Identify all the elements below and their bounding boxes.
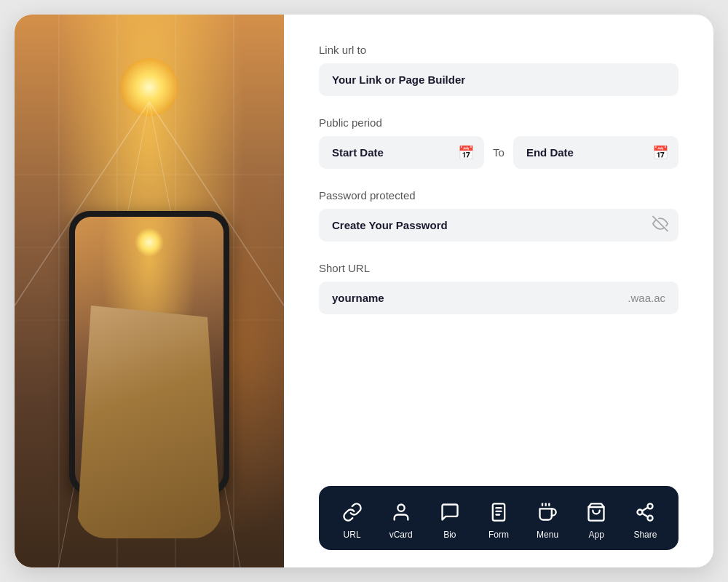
- public-period-label: Public period: [319, 116, 678, 129]
- nav-item-menu[interactable]: Menu: [523, 499, 572, 540]
- eye-icon[interactable]: [652, 215, 668, 235]
- short-url-label: Short URL: [319, 262, 678, 274]
- password-group: Password protected: [319, 189, 678, 242]
- to-label: To: [493, 146, 505, 159]
- phone-container: w: [55, 204, 244, 538]
- date-row: 📅 To 📅: [319, 136, 678, 169]
- svg-line-70: [642, 514, 648, 517]
- short-url-group: Short URL yourname .waa.ac: [319, 262, 678, 314]
- end-date-wrapper: 📅: [513, 136, 678, 169]
- right-panel: Link url to Public period 📅 To 📅 Passwor…: [284, 15, 713, 567]
- nav-item-share[interactable]: Share: [621, 499, 670, 540]
- svg-point-58: [397, 505, 404, 511]
- bottom-nav: URL vCard Bio: [319, 486, 678, 550]
- nav-label-form: Form: [488, 530, 509, 540]
- password-input[interactable]: [319, 209, 678, 242]
- url-icon: [339, 499, 365, 525]
- link-url-group: Link url to: [319, 44, 678, 96]
- nav-label-share: Share: [633, 530, 657, 540]
- menu-icon: [534, 499, 561, 525]
- nav-item-bio[interactable]: Bio: [425, 499, 474, 540]
- end-date-input[interactable]: [513, 136, 678, 169]
- nav-label-menu: Menu: [537, 530, 558, 540]
- app-icon: [583, 499, 609, 525]
- nav-label-vcard: vCard: [389, 530, 413, 540]
- link-url-label: Link url to: [319, 44, 678, 56]
- share-icon: [632, 499, 658, 525]
- hand: [76, 306, 222, 538]
- public-period-group: Public period 📅 To 📅: [319, 116, 678, 169]
- nav-label-url: URL: [344, 530, 361, 540]
- form-icon: [486, 499, 512, 525]
- short-url-box: yourname .waa.ac: [319, 282, 678, 314]
- main-card: w Link url to Public period 📅 T: [15, 15, 713, 567]
- link-url-input[interactable]: [319, 63, 678, 96]
- nav-label-app: App: [589, 530, 604, 540]
- nav-item-form[interactable]: Form: [474, 499, 523, 540]
- left-panel: w: [15, 15, 284, 567]
- password-label: Password protected: [319, 189, 678, 202]
- nav-item-url[interactable]: URL: [328, 499, 376, 540]
- password-wrapper: [319, 209, 678, 242]
- short-url-domain: .waa.ac: [628, 292, 665, 304]
- start-date-wrapper: 📅: [319, 136, 484, 169]
- nav-label-bio: Bio: [443, 530, 456, 540]
- nav-item-app[interactable]: App: [572, 499, 621, 540]
- start-date-input[interactable]: [319, 136, 484, 169]
- svg-line-71: [642, 508, 648, 511]
- nav-item-vcard[interactable]: vCard: [376, 499, 425, 540]
- bio-icon: [437, 499, 463, 525]
- short-url-name[interactable]: yourname: [332, 292, 384, 304]
- vcard-icon: [388, 499, 414, 525]
